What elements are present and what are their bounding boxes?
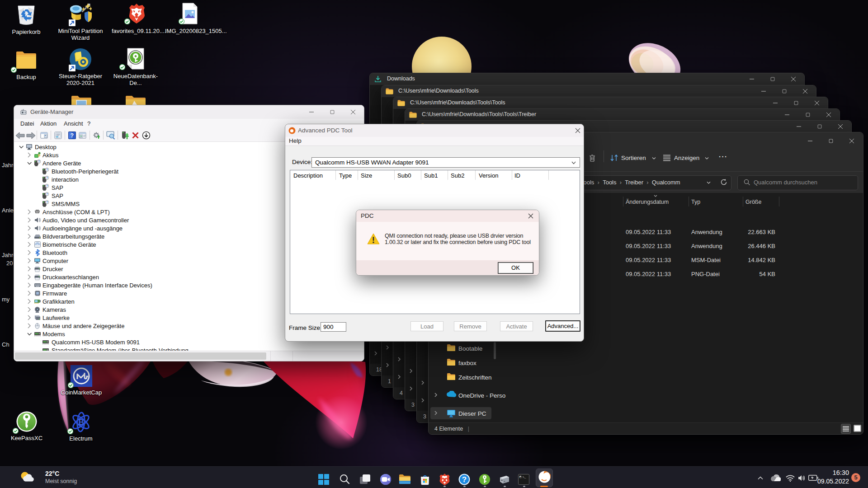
svg-text:C:\_: C:\_ (519, 476, 526, 479)
svg-text:₿: ₿ (78, 418, 84, 427)
svg-text:?: ? (462, 475, 467, 484)
svg-text:?: ? (71, 132, 74, 139)
